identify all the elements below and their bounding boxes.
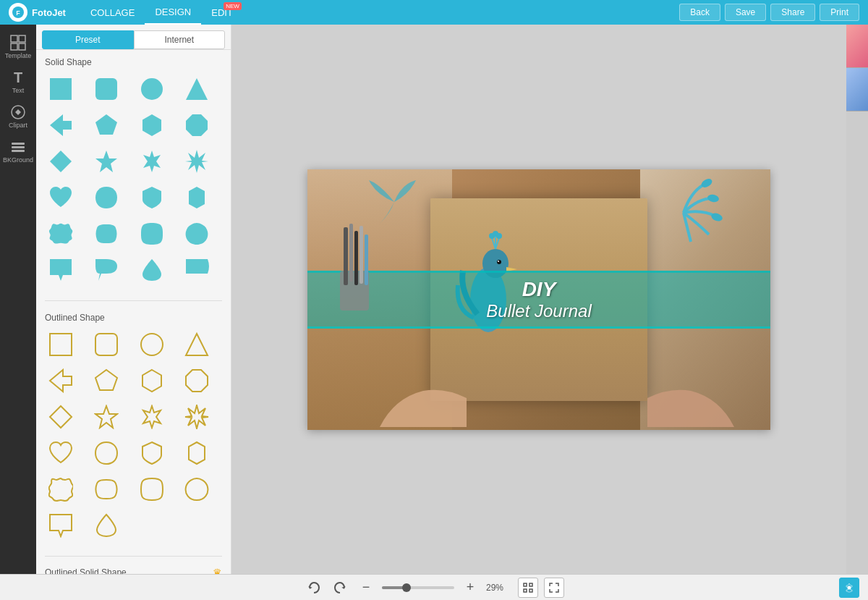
solid-star5[interactable] (90, 145, 122, 177)
nav-collage[interactable]: COLLAGE (80, 0, 145, 25)
solid-speech2[interactable] (90, 254, 122, 286)
outline-hexagon2[interactable] (181, 437, 213, 469)
svg-rect-3 (19, 35, 25, 42)
tab-preset[interactable]: Preset (42, 30, 134, 49)
settings-button[interactable] (839, 578, 859, 598)
solid-star6[interactable] (136, 145, 168, 177)
outline-badge3[interactable] (136, 473, 168, 505)
solid-badge4[interactable] (181, 218, 213, 250)
solid-octagon[interactable] (181, 109, 213, 141)
sidebar-item-clipart[interactable]: Clipart (1, 100, 35, 133)
svg-point-45 (496, 233, 502, 239)
solid-triangle[interactable] (181, 73, 213, 105)
zoom-percent: 29% (486, 583, 512, 593)
svg-marker-13 (186, 78, 208, 100)
solid-hexagon[interactable] (136, 109, 168, 141)
top-nav: F FotoJet COLLAGE DESIGN EDIT NEW Back S… (0, 0, 868, 25)
solid-badge2[interactable] (90, 218, 122, 250)
solid-badge3[interactable] (136, 218, 168, 250)
zoom-slider[interactable] (382, 586, 454, 589)
outline-badge2[interactable] (90, 473, 122, 505)
new-badge: NEW (224, 2, 242, 10)
undo-button[interactable] (304, 578, 324, 598)
solid-circle[interactable] (136, 73, 168, 105)
canvas-container[interactable]: DIY Bullet Journal (307, 169, 770, 430)
solid-star8[interactable] (181, 145, 213, 177)
nav-right-buttons: Back Save Share Print (679, 4, 859, 21)
outlined-solid-label: Outlined Solid Shape (45, 567, 127, 574)
svg-rect-7 (12, 143, 25, 145)
outlined-solid-shape-row[interactable]: Outlined Solid Shape ♛ (36, 561, 231, 574)
outline-rounded-rect[interactable] (90, 329, 122, 360)
svg-rect-53 (359, 226, 363, 284)
outline-pentagon[interactable] (90, 365, 122, 397)
outline-star6[interactable] (136, 401, 168, 433)
solid-diamond[interactable] (45, 145, 77, 177)
outline-heart[interactable] (45, 437, 77, 469)
sidebar-item-template[interactable]: Template (1, 30, 35, 64)
outline-hexagon[interactable] (136, 365, 168, 397)
solid-hexagon2[interactable] (181, 182, 213, 214)
svg-marker-22 (189, 187, 205, 208)
solid-pentagon[interactable] (90, 109, 122, 141)
svg-marker-33 (143, 406, 161, 428)
solid-heart[interactable] (45, 182, 77, 214)
zoom-in-button[interactable]: + (460, 578, 480, 598)
solid-drop[interactable] (136, 254, 168, 286)
outline-diamond[interactable] (45, 401, 77, 433)
nav-design[interactable]: DESIGN (145, 0, 201, 25)
outline-octagon[interactable] (181, 365, 213, 397)
svg-point-25 (141, 334, 163, 355)
canvas-area: DIY Bullet Journal (231, 25, 846, 574)
fit-to-screen-button[interactable] (518, 578, 538, 598)
template-label: Template (5, 52, 32, 59)
thumb-item-1[interactable] (846, 25, 868, 68)
svg-marker-18 (50, 151, 72, 172)
solid-speech1[interactable] (45, 254, 77, 286)
main-area: Template T Text Clipart BKG (0, 25, 868, 574)
outline-star8[interactable] (181, 401, 213, 433)
solid-flag[interactable] (181, 254, 213, 286)
outline-speech1[interactable] (45, 510, 77, 541)
print-button[interactable]: Print (820, 4, 859, 21)
svg-marker-27 (50, 370, 72, 392)
thumb-item-2[interactable] (846, 68, 868, 111)
outline-blob[interactable] (90, 437, 122, 469)
logo-icon: F (9, 3, 27, 22)
sidebar-item-bkground[interactable]: BKGround (1, 135, 35, 168)
solid-square[interactable] (45, 73, 77, 105)
svg-marker-30 (186, 370, 208, 392)
bottom-toolbar: − + 29% (0, 574, 868, 600)
solid-arrow[interactable] (45, 109, 77, 141)
svg-rect-50 (344, 227, 348, 285)
canvas-title-line1: DIY (486, 278, 591, 301)
solid-rounded-rect[interactable] (90, 73, 122, 105)
solid-blob[interactable] (90, 182, 122, 214)
sidebar-item-text[interactable]: T Text (1, 65, 35, 98)
outline-badge1[interactable] (45, 473, 77, 505)
svg-rect-4 (11, 43, 17, 50)
nav-edit[interactable]: EDIT NEW (201, 0, 243, 25)
outline-square[interactable] (45, 329, 77, 360)
outline-circle[interactable] (136, 329, 168, 360)
svg-marker-20 (143, 151, 161, 172)
solid-shape-title: Solid Shape (45, 57, 222, 67)
outline-arrow[interactable] (45, 365, 77, 397)
redo-button[interactable] (330, 578, 350, 598)
solid-shield[interactable] (136, 182, 168, 214)
text-label: Text (12, 87, 25, 94)
tab-internet[interactable]: Internet (134, 30, 226, 49)
outline-triangle[interactable] (181, 329, 213, 360)
zoom-out-button[interactable]: − (356, 578, 376, 598)
share-button[interactable]: Share (770, 4, 815, 21)
outline-drop[interactable] (90, 510, 122, 541)
outline-badge4[interactable] (181, 473, 213, 505)
solid-badge1[interactable] (45, 218, 77, 250)
save-button[interactable]: Save (725, 4, 766, 21)
back-button[interactable]: Back (679, 4, 720, 21)
outline-star5[interactable] (90, 401, 122, 433)
svg-rect-60 (529, 589, 532, 592)
outline-shield[interactable] (136, 437, 168, 469)
crown-icon-1: ♛ (213, 567, 222, 574)
fullscreen-button[interactable] (544, 578, 564, 598)
